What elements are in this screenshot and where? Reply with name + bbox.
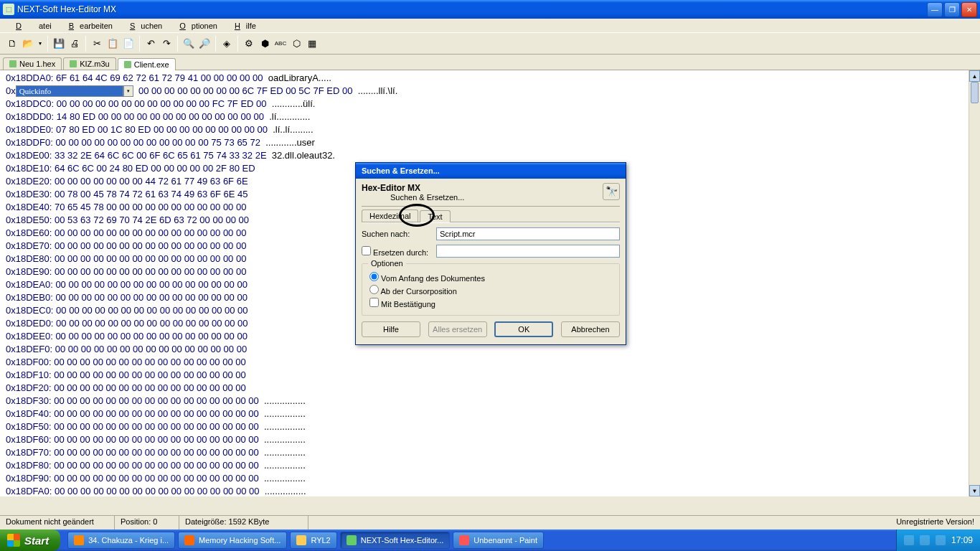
app-icon xyxy=(347,535,357,545)
status-bar: Dokument nicht geändert Position: 0 Date… xyxy=(0,515,980,529)
task-hex-editor[interactable]: NEXT-Soft Hex-Editor... xyxy=(340,532,451,549)
print-icon[interactable]: 🖨 xyxy=(67,36,83,52)
replace-check-label[interactable]: Ersetzen durch: xyxy=(362,246,430,257)
search-replace-dialog: Suchen & Ersetzen... Hex-Editor MX Suche… xyxy=(355,162,626,345)
replace-all-button[interactable]: Alles ersetzen xyxy=(428,321,487,337)
new-icon[interactable]: 🗋 xyxy=(4,36,20,52)
radio-from-start[interactable] xyxy=(369,272,379,281)
tool2-icon[interactable]: ⬢ xyxy=(257,36,273,52)
dialog-tabs: Hexdezimal Text xyxy=(362,209,620,223)
task-memory-hacking[interactable]: Memory Hacking Soft... xyxy=(178,532,287,549)
app-icon xyxy=(74,535,84,545)
cut-icon[interactable]: ✂ xyxy=(89,36,105,52)
quickinfo-input[interactable] xyxy=(16,85,123,97)
tab-text[interactable]: Text xyxy=(420,210,450,222)
status-position: Position: 0 xyxy=(115,516,179,529)
tab-kiz[interactable]: KIZ.m3u xyxy=(63,57,116,70)
system-tray[interactable]: 17:09 xyxy=(896,529,980,551)
check-confirm[interactable] xyxy=(369,298,379,307)
scroll-thumb[interactable] xyxy=(971,82,979,103)
toolbar: 🗋 📂 ▾ 💾 🖨 ✂ 📋 📄 ↶ ↷ 🔍 🔎 ◈ ⚙ ⬢ ABC ⬡ ▦ xyxy=(0,33,980,55)
dialog-header-subtitle: Suchen & Ersetzen... xyxy=(362,193,464,202)
tray-icon-1[interactable] xyxy=(904,535,914,545)
tab-client[interactable]: Client.exe xyxy=(118,58,176,70)
tool1-icon[interactable]: ⚙ xyxy=(241,36,257,52)
opt-confirm[interactable]: Mit Bestätigung xyxy=(369,298,612,309)
status-modified: Dokument nicht geändert xyxy=(0,516,115,529)
replace-input[interactable] xyxy=(436,245,620,258)
menu-search[interactable]: Suchen xyxy=(118,20,168,32)
cancel-button[interactable]: Abbrechen xyxy=(561,321,620,337)
replace-checkbox[interactable] xyxy=(362,246,371,255)
status-unregistered: Unregistrierte Version! xyxy=(890,516,980,529)
menu-edit[interactable]: Bearbeiten xyxy=(57,20,118,32)
close-button[interactable]: ✕ xyxy=(961,2,977,17)
quickinfo-dropdown-icon[interactable]: ▾ xyxy=(123,85,133,97)
scroll-down-icon[interactable]: ▼ xyxy=(969,485,980,496)
status-size: Dateigröße: 1592 KByte xyxy=(179,516,308,529)
task-chakuza[interactable]: 34. Chakuza - Krieg i... xyxy=(67,532,175,549)
tray-icon-2[interactable] xyxy=(920,535,930,545)
open-icon[interactable]: 📂 xyxy=(20,36,36,52)
tool5-icon[interactable]: ▦ xyxy=(304,36,320,52)
help-button[interactable]: Hilfe xyxy=(362,321,420,337)
opt-from-start[interactable]: Vom Anfang des Dokumentes xyxy=(369,272,612,283)
menu-options[interactable]: Optionen xyxy=(168,20,223,32)
taskbar: Start 34. Chakuza - Krieg i... Memory Ha… xyxy=(0,529,980,551)
task-paint[interactable]: Unbenannt - Paint xyxy=(453,532,544,549)
options-legend: Optionen xyxy=(368,259,406,268)
scroll-up-icon[interactable]: ▲ xyxy=(969,70,980,82)
redo-icon[interactable]: ↷ xyxy=(159,36,174,52)
options-group: Optionen Vom Anfang des Dokumentes Ab de… xyxy=(362,263,620,316)
undo-icon[interactable]: ↶ xyxy=(143,36,159,52)
menu-file[interactable]: Datei xyxy=(4,20,57,32)
app-title: NEXT-Soft Hex-Editor MX xyxy=(17,4,927,14)
binoculars-icon: 🔭 xyxy=(603,183,620,200)
windows-logo-icon xyxy=(7,534,20,547)
paint-icon xyxy=(459,535,469,545)
radio-from-cursor[interactable] xyxy=(369,285,379,294)
start-button[interactable]: Start xyxy=(0,529,60,551)
dialog-header-title: Hex-Editor MX xyxy=(362,183,464,193)
title-bar: ⬚ NEXT-Soft Hex-Editor MX — ❐ ✕ xyxy=(0,0,980,19)
clock[interactable]: 17:09 xyxy=(951,535,973,545)
task-ryl2[interactable]: RYL2 xyxy=(290,532,336,549)
vertical-scrollbar[interactable]: ▲ ▼ xyxy=(969,70,980,496)
minimize-button[interactable]: — xyxy=(927,2,943,17)
paste-icon[interactable]: 📄 xyxy=(121,36,136,52)
menu-bar: Datei Bearbeiten Suchen Optionen Hilfe xyxy=(0,19,980,33)
file-icon xyxy=(9,60,17,67)
search-input[interactable] xyxy=(436,227,620,240)
find-icon[interactable]: 🔍 xyxy=(181,36,197,52)
file-tabs: Neu 1.hex KIZ.m3u Client.exe xyxy=(0,55,980,70)
firefox-icon xyxy=(184,535,194,545)
find-next-icon[interactable]: 🔎 xyxy=(197,36,212,52)
folder-icon xyxy=(296,535,306,545)
ok-button[interactable]: OK xyxy=(494,321,553,337)
tray-icon-3[interactable] xyxy=(936,535,946,545)
dialog-title[interactable]: Suchen & Ersetzen... xyxy=(356,163,626,179)
menu-help[interactable]: Hilfe xyxy=(223,20,262,32)
restore-button[interactable]: ❐ xyxy=(944,2,960,17)
save-icon[interactable]: 💾 xyxy=(51,36,67,52)
bookmark-icon[interactable]: ◈ xyxy=(219,36,235,52)
file-icon xyxy=(124,61,131,68)
tool3-icon[interactable]: ABC xyxy=(273,36,288,52)
tool4-icon[interactable]: ⬡ xyxy=(288,36,304,52)
open-dropdown-icon[interactable]: ▾ xyxy=(36,36,44,52)
opt-from-cursor[interactable]: Ab der Cursorposition xyxy=(369,285,612,296)
tab-hexdezimal[interactable]: Hexdezimal xyxy=(362,209,418,222)
tab-neu1[interactable]: Neu 1.hex xyxy=(3,57,62,70)
copy-icon[interactable]: 📋 xyxy=(105,36,121,52)
app-icon: ⬚ xyxy=(3,4,14,15)
file-icon xyxy=(70,60,77,67)
search-label: Suchen nach: xyxy=(362,230,430,238)
